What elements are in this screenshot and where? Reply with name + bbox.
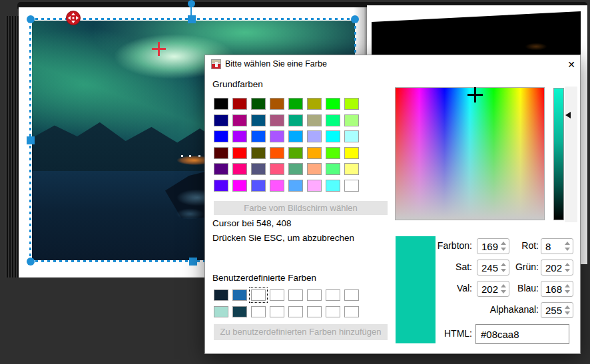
custom-color-swatch[interactable] (232, 289, 247, 301)
basic-color-swatch[interactable] (288, 130, 303, 142)
basic-colors-label: Grundfarben (212, 79, 263, 89)
blue-input[interactable] (541, 281, 568, 296)
basic-color-swatch[interactable] (251, 114, 266, 126)
picker-crosshair[interactable] (467, 87, 483, 102)
basic-color-swatch[interactable] (251, 180, 266, 192)
hue-saturation-picker[interactable] (395, 87, 545, 220)
basic-color-swatch[interactable] (288, 147, 303, 159)
custom-color-swatch[interactable] (214, 289, 228, 301)
basic-color-swatch[interactable] (288, 114, 303, 126)
value-slider-track[interactable] (565, 87, 577, 222)
basic-color-swatch[interactable] (288, 98, 303, 110)
html-label: HTML: (418, 328, 472, 339)
basic-color-swatch[interactable] (232, 98, 247, 110)
basic-color-swatch[interactable] (326, 147, 340, 159)
resize-handle-bottom-left[interactable] (27, 258, 35, 266)
value-slider-handle[interactable] (565, 112, 571, 118)
basic-color-swatch[interactable] (326, 163, 340, 175)
basic-color-swatch[interactable] (307, 180, 322, 192)
custom-color-swatch[interactable] (270, 306, 284, 317)
basic-color-swatch[interactable] (344, 163, 359, 175)
value-slider-gradient[interactable] (553, 88, 564, 220)
basic-color-swatch[interactable] (214, 163, 228, 175)
basic-color-swatch[interactable] (214, 114, 228, 126)
basic-color-swatch[interactable] (270, 98, 284, 110)
basic-color-swatch[interactable] (232, 180, 247, 192)
basic-color-swatch[interactable] (214, 98, 228, 110)
esc-hint-text: Drücken Sie ESC, um abzubrechen (212, 233, 354, 243)
resize-handle-top-right[interactable] (351, 15, 359, 23)
alpha-input[interactable] (541, 303, 568, 317)
basic-color-swatch[interactable] (344, 147, 359, 159)
basic-color-swatch[interactable] (307, 163, 322, 175)
basic-color-swatch[interactable] (270, 147, 284, 159)
resize-handle-bottom-center[interactable] (189, 258, 197, 266)
basic-color-swatch[interactable] (232, 114, 247, 126)
custom-color-swatch[interactable] (251, 289, 266, 301)
basic-color-swatch[interactable] (232, 163, 247, 175)
green-input[interactable] (541, 260, 568, 275)
basic-color-swatch[interactable] (344, 98, 359, 110)
basic-color-swatch[interactable] (344, 180, 359, 192)
basic-color-swatch[interactable] (307, 147, 322, 159)
custom-color-swatch[interactable] (307, 289, 322, 301)
basic-color-swatch[interactable] (344, 114, 359, 126)
custom-color-swatch[interactable] (344, 289, 359, 301)
custom-color-swatch[interactable] (232, 306, 247, 317)
basic-color-swatch[interactable] (326, 130, 340, 142)
basic-color-swatch[interactable] (288, 180, 303, 192)
basic-color-swatch[interactable] (251, 130, 266, 142)
basic-color-swatch[interactable] (344, 130, 359, 142)
basic-color-swatch[interactable] (326, 114, 340, 126)
basic-color-swatch[interactable] (214, 130, 228, 142)
page-stack-edges (5, 16, 19, 277)
red-input[interactable] (541, 239, 568, 254)
resize-handle-left-middle[interactable] (27, 136, 35, 144)
add-custom-color-button[interactable]: Zu benutzerdefinierten Farben hinzufügen (214, 324, 388, 340)
custom-color-swatch[interactable] (288, 306, 303, 317)
basic-color-swatch[interactable] (307, 98, 322, 110)
rotation-handle[interactable] (188, 0, 195, 7)
basic-color-swatch[interactable] (214, 180, 228, 192)
basic-color-swatch[interactable] (232, 130, 247, 142)
alpha-spinbox[interactable] (541, 302, 573, 318)
blue-spinbox[interactable] (541, 281, 573, 297)
sat-label: Sat: (418, 262, 472, 272)
close-icon[interactable]: ✕ (563, 57, 579, 73)
custom-color-swatch[interactable] (270, 289, 284, 301)
green-spin-arrows[interactable] (565, 260, 571, 275)
basic-color-swatch[interactable] (307, 130, 322, 142)
custom-color-swatch[interactable] (326, 306, 340, 317)
pick-screen-color-button[interactable]: Farbe vom Bildschirm wählen (214, 201, 388, 215)
resize-handle-top-center[interactable] (188, 15, 196, 23)
red-spin-arrows[interactable] (565, 239, 571, 254)
basic-color-swatch[interactable] (307, 114, 322, 126)
basic-color-swatch[interactable] (326, 180, 340, 192)
basic-color-swatch[interactable] (270, 163, 284, 175)
resize-handle-top-left[interactable] (27, 15, 35, 23)
basic-color-swatch[interactable] (270, 130, 284, 142)
app-icon (211, 59, 221, 69)
custom-color-swatch[interactable] (307, 306, 322, 317)
basic-color-swatch[interactable] (326, 98, 340, 110)
custom-color-swatch[interactable] (344, 306, 359, 317)
basic-color-swatch[interactable] (232, 147, 247, 159)
green-spinbox[interactable] (541, 260, 573, 275)
alpha-spin-arrows[interactable] (565, 303, 571, 317)
basic-color-swatch[interactable] (251, 98, 266, 110)
custom-color-swatch[interactable] (214, 306, 228, 317)
custom-color-swatch[interactable] (288, 289, 303, 301)
basic-color-swatch[interactable] (251, 163, 266, 175)
html-color-input[interactable] (475, 324, 569, 344)
basic-color-swatch[interactable] (214, 147, 228, 159)
basic-color-swatch[interactable] (270, 114, 284, 126)
red-spinbox[interactable] (541, 238, 573, 254)
basic-color-swatch[interactable] (251, 147, 266, 159)
basic-color-swatch[interactable] (288, 163, 303, 175)
custom-color-swatch[interactable] (326, 289, 340, 301)
pick-cursor-crosshair (152, 42, 166, 56)
basic-color-swatch[interactable] (270, 180, 284, 192)
move-object-button[interactable] (66, 11, 81, 25)
custom-color-swatch[interactable] (251, 306, 266, 317)
blue-spin-arrows[interactable] (565, 281, 571, 296)
